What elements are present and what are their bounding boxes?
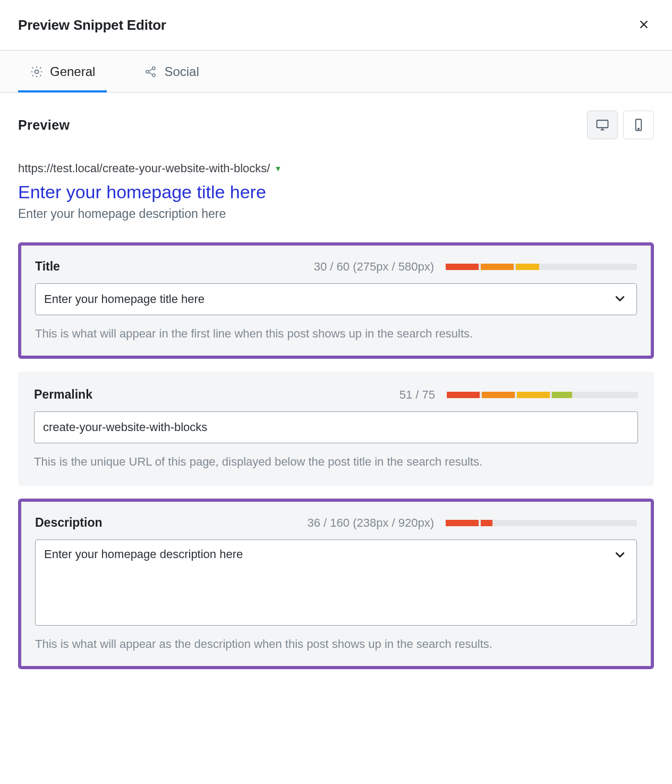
permalink-counter: 51 / 75 [399,388,435,402]
permalink-input[interactable] [35,412,637,443]
close-icon [638,19,650,30]
device-toggle [587,111,654,139]
title-card: Title 30 / 60 (275px / 580px) This is wh… [18,242,654,359]
resize-handle-icon[interactable] [628,617,635,624]
tabs: General Social [0,50,672,92]
device-mobile-button[interactable] [623,111,654,139]
serp-preview: https://test.local/create-your-website-w… [18,162,654,221]
serp-url-row[interactable]: https://test.local/create-your-website-w… [18,162,654,175]
permalink-input-wrap [34,411,638,443]
serp-description: Enter your homepage description here [18,207,654,221]
description-textarea[interactable] [36,540,636,625]
description-hint: This is what will appear as the descript… [35,637,637,651]
serp-title[interactable]: Enter your homepage title here [18,182,654,203]
permalink-label: Permalink [34,387,92,402]
title-variables-toggle[interactable] [613,291,627,307]
title-input-wrap [35,283,637,315]
title-input[interactable] [36,284,636,315]
serp-url: https://test.local/create-your-website-w… [18,162,270,175]
description-input-wrap [35,539,637,626]
description-meter [446,520,637,526]
permalink-card: Permalink 51 / 75 This is the unique URL… [18,372,654,486]
permalink-meter [447,392,638,398]
share-icon [144,65,158,79]
device-desktop-button[interactable] [587,111,618,139]
permalink-hint: This is the unique URL of this page, dis… [34,455,638,469]
description-variables-toggle[interactable] [613,547,627,563]
description-card: Description 36 / 160 (238px / 920px) Thi… [18,499,654,669]
tab-general-label: General [50,64,95,79]
description-counter: 36 / 160 (238px / 920px) [308,516,435,530]
modal-title: Preview Snippet Editor [18,17,166,33]
modal-body: Preview https://test.local/create-your-w… [0,92,672,700]
chevron-down-icon [613,547,627,561]
modal-header: Preview Snippet Editor [0,0,672,50]
caret-down-icon: ▼ [274,164,282,173]
title-counter: 30 / 60 (275px / 580px) [314,260,434,274]
tab-general[interactable]: General [18,50,107,92]
tab-social[interactable]: Social [132,50,210,92]
title-hint: This is what will appear in the first li… [35,327,637,341]
preview-heading: Preview [18,117,70,133]
tab-social-label: Social [164,64,199,79]
mobile-icon [631,117,646,132]
title-meter [446,264,637,270]
snippet-editor-modal: Preview Snippet Editor General Social Pr… [0,0,672,700]
close-button[interactable] [634,15,654,35]
svg-point-0 [35,70,39,74]
desktop-icon [595,117,610,132]
gear-icon [30,65,44,79]
title-label: Title [35,259,60,274]
description-label: Description [35,516,103,530]
chevron-down-icon [613,291,627,305]
svg-point-6 [638,128,639,129]
preview-header-row: Preview [18,111,654,139]
svg-rect-4 [597,120,608,128]
